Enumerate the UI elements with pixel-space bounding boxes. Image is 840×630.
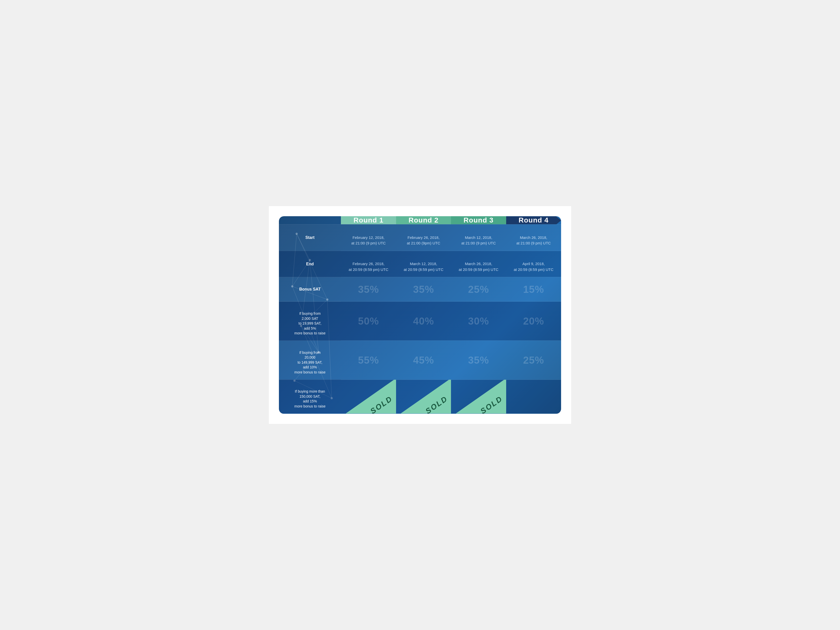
tier2-round4: 25%	[506, 341, 561, 380]
tier2-round2: 45%	[396, 341, 451, 380]
table-row-bonus: Bonus SAT 35% 35% 25% 15%	[279, 277, 561, 302]
rounds-table: Round 1 Round 2 Round 3 Round 4	[279, 216, 561, 414]
start-round3: March 12, 2018, at 21:00 (9 pm) UTC	[451, 224, 506, 251]
table-row-tier2: If buying from 20,000 to 149,999 SAT, ad…	[279, 341, 561, 380]
tier1-round3: 30%	[451, 302, 506, 341]
table-wrapper: Round 1 Round 2 Round 3 Round 4	[279, 216, 561, 414]
header-round3: Round 3	[451, 216, 506, 224]
table-row-tier1: If buying from 2,000 SAT to 19,999 SAT, …	[279, 302, 561, 341]
label-tier3: If buying more than 150,000 SAT, add 15%…	[279, 379, 341, 414]
table-row-end: End February 26, 2018, at 20:59 (8:59 pm…	[279, 251, 561, 277]
table-row-start: Start February 12, 2018, at 21:00 (9 pm)…	[279, 224, 561, 251]
start-round1: February 12, 2018, at 21:00 (9 pm) UTC	[341, 224, 396, 251]
sold-container-1: SOLD	[341, 380, 396, 414]
tier1-round1: 50%	[341, 302, 396, 341]
bonus-round4: 15%	[506, 277, 561, 302]
label-start: Start	[279, 224, 341, 251]
sold-container-2: SOLD	[396, 380, 451, 414]
tier3-round3-sold: SOLD	[451, 379, 506, 414]
table-header: Round 1 Round 2 Round 3 Round 4	[279, 216, 561, 224]
header-round1: Round 1	[341, 216, 396, 224]
tier2-round3: 35%	[451, 341, 506, 380]
header-round2: Round 2	[396, 216, 451, 224]
page-container: Round 1 Round 2 Round 3 Round 4	[269, 206, 571, 424]
tier3-round1-sold: SOLD	[341, 379, 396, 414]
end-round3: March 26, 2018, at 20:59 (8:59 pm) UTC	[451, 251, 506, 277]
tier2-round1: 55%	[341, 341, 396, 380]
table-row-tier3: If buying more than 150,000 SAT, add 15%…	[279, 379, 561, 414]
end-round4: April 9, 2018, at 20:59 (8:59 pm) UTC	[506, 251, 561, 277]
end-round2: March 12, 2018, at 20:59 (8:59 pm) UTC	[396, 251, 451, 277]
label-tier2: If buying from 20,000 to 149,999 SAT, ad…	[279, 341, 341, 380]
start-round4: March 26, 2018, at 21:00 (9 pm) UTC	[506, 224, 561, 251]
tier1-round2: 40%	[396, 302, 451, 341]
header-round4: Round 4	[506, 216, 561, 224]
start-round2: February 26, 2018, at 21:00 (9pm) UTC	[396, 224, 451, 251]
label-end: End	[279, 251, 341, 277]
tier1-round4: 20%	[506, 302, 561, 341]
bonus-round1: 35%	[341, 277, 396, 302]
label-bonus: Bonus SAT	[279, 277, 341, 302]
tier3-round4	[506, 379, 561, 414]
label-tier1: If buying from 2,000 SAT to 19,999 SAT, …	[279, 302, 341, 341]
end-round1: February 26, 2018, at 20:59 (8:59 pm) UT…	[341, 251, 396, 277]
bonus-round2: 35%	[396, 277, 451, 302]
tier3-round2-sold: SOLD	[396, 379, 451, 414]
header-empty-cell	[279, 216, 341, 224]
sold-container-3: SOLD	[451, 380, 506, 414]
bonus-round3: 25%	[451, 277, 506, 302]
